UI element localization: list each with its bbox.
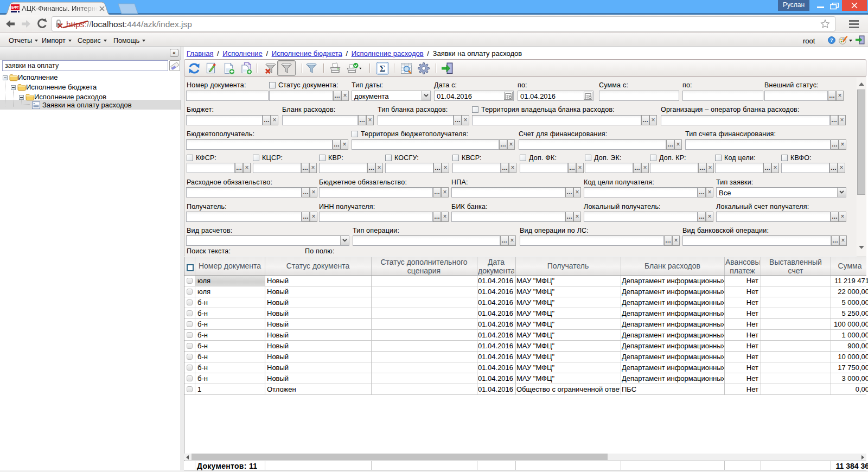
svg-text:Σ: Σ (380, 64, 385, 73)
svg-text:?: ? (830, 37, 833, 43)
